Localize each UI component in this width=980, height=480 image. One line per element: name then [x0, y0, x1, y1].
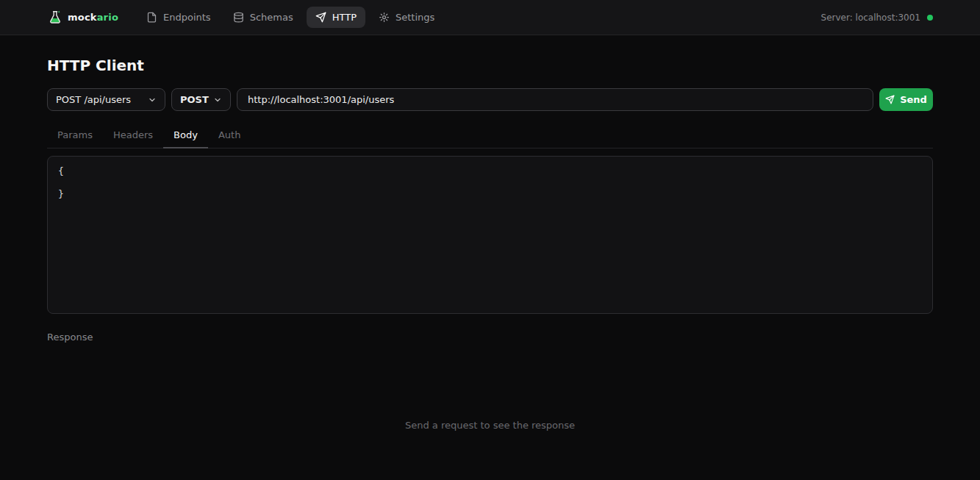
nav-item-http[interactable]: HTTP — [307, 7, 365, 28]
request-tabs: Params Headers Body Auth — [47, 123, 933, 148]
tab-auth[interactable]: Auth — [208, 123, 251, 148]
nav-item-settings[interactable]: Settings — [370, 7, 443, 28]
flask-icon — [47, 10, 63, 26]
nav-menu: Endpoints Schemas HTTP — [137, 7, 443, 28]
server-online-indicator — [927, 15, 933, 21]
file-text-icon — [146, 12, 157, 23]
server-status-label: Server: localhost:3001 — [821, 12, 920, 23]
method-select-value: POST — [180, 94, 209, 105]
nav-item-label: Endpoints — [163, 12, 211, 23]
send-button-label: Send — [900, 94, 927, 105]
send-icon — [885, 95, 895, 104]
send-icon — [315, 12, 326, 23]
chevron-down-icon — [213, 96, 222, 104]
nav-item-label: HTTP — [332, 12, 357, 23]
endpoint-select-value: POST /api/users — [56, 94, 131, 105]
server-status: Server: localhost:3001 — [821, 12, 933, 23]
url-input[interactable] — [237, 88, 873, 111]
gear-icon — [379, 12, 390, 23]
tab-body[interactable]: Body — [163, 123, 208, 148]
nav-item-schemas[interactable]: Schemas — [224, 7, 302, 28]
nav-item-label: Schemas — [250, 12, 293, 23]
request-bar: POST /api/users POST Send — [47, 88, 933, 111]
nav-item-endpoints[interactable]: Endpoints — [137, 7, 220, 28]
method-select[interactable]: POST — [171, 88, 231, 111]
tab-params[interactable]: Params — [47, 123, 103, 148]
response-empty-state: Send a request to see the response — [47, 343, 933, 480]
database-icon — [233, 12, 244, 23]
endpoint-select[interactable]: POST /api/users — [47, 88, 165, 111]
request-body-editor[interactable]: { } — [47, 156, 933, 314]
response-section: Response Send a request to see the respo… — [47, 332, 933, 480]
app-logo[interactable]: mockario — [47, 10, 118, 26]
tab-headers[interactable]: Headers — [103, 123, 163, 148]
top-navbar: mockario Endpoints Schemas — [0, 0, 980, 35]
response-empty-message: Send a request to see the response — [405, 420, 575, 431]
page-title: HTTP Client — [47, 57, 933, 74]
send-button[interactable]: Send — [879, 88, 933, 111]
logo-text: mockario — [68, 12, 118, 23]
chevron-down-icon — [148, 96, 157, 104]
response-label: Response — [47, 332, 933, 343]
http-client-page: HTTP Client POST /api/users POST Send Pa… — [0, 35, 980, 480]
nav-item-label: Settings — [396, 12, 434, 23]
